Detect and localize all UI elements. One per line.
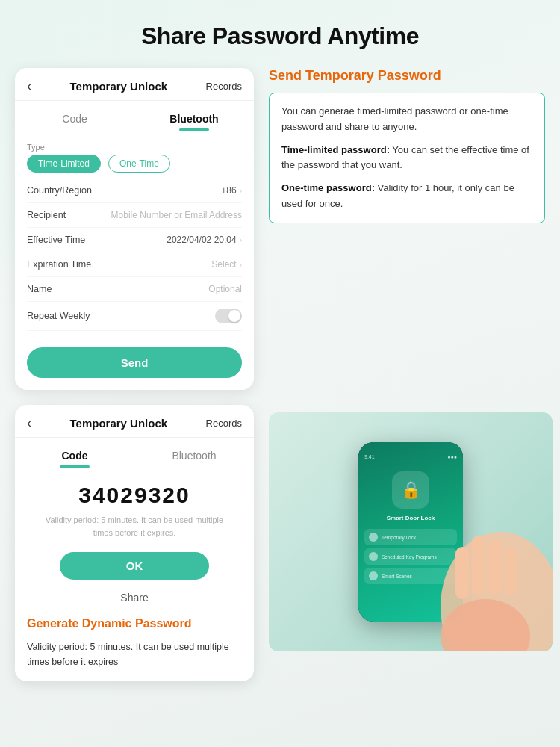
type-time-limited[interactable]: Time-Limited: [27, 155, 101, 173]
repeat-weekly-toggle[interactable]: [215, 309, 242, 323]
send-password-title: Send Temporary Password: [269, 68, 545, 84]
send-button[interactable]: Send: [27, 347, 242, 378]
hand-background: 9:41 ●●● 🔒 Smart Door Lock: [269, 412, 553, 651]
top-phone-card: ‹ Temporary Unlock Records Code Bluetoot…: [15, 68, 254, 390]
field-country-label: Country/Region: [27, 185, 92, 196]
send-password-card: You can generae timed-limited password o…: [269, 93, 545, 223]
bottom-right-wrapper: 9:41 ●●● 🔒 Smart Door Lock: [269, 405, 553, 651]
field-effective-time: Effective Time 2022/04/02 20:04 ›: [27, 228, 242, 252]
tab-code-top[interactable]: Code: [15, 108, 134, 131]
one-time-label: One-time password:: [281, 182, 375, 193]
field-repeat-weekly: Repeat Weekly: [27, 302, 242, 331]
code-display: 34029320 Validity period: 5 minutes. It …: [15, 468, 254, 543]
field-repeat-weekly-label: Repeat Weekly: [27, 311, 90, 321]
generate-title: Generate Dynamic Password: [27, 617, 242, 630]
page-title: Share Password Anytime: [0, 15, 560, 68]
field-expiration-time-value[interactable]: Select ›: [211, 259, 242, 270]
code-validity: Validity period: 5 minutes. It can be us…: [22, 514, 246, 539]
field-name: Name Optional: [27, 277, 242, 302]
field-expiration-time: Expiration Time Select ›: [27, 252, 242, 277]
field-effective-time-label: Effective Time: [27, 235, 85, 245]
field-country: Country/Region +86 ›: [27, 179, 242, 203]
mini-menu-dot-1: [369, 533, 378, 542]
tab-bluetooth-top[interactable]: Bluetooth: [134, 108, 254, 131]
back-icon-bottom[interactable]: ‹: [27, 415, 31, 431]
field-expiration-time-label: Expiration Time: [27, 259, 91, 270]
svg-rect-3: [472, 536, 485, 595]
top-phone-header: ‹ Temporary Unlock Records: [15, 68, 254, 101]
mini-menu-dot-3: [369, 571, 378, 580]
svg-rect-5: [505, 547, 517, 595]
records-link-bottom[interactable]: Records: [206, 418, 242, 429]
send-password-info-box: Send Temporary Password You can generae …: [269, 68, 545, 223]
time-limited-info: Time-limited password: You can set the e…: [281, 143, 532, 174]
content-area: ‹ Temporary Unlock Records Code Bluetoot…: [0, 68, 560, 681]
field-name-value[interactable]: Optional: [208, 284, 242, 294]
field-country-value[interactable]: +86 ›: [221, 185, 242, 196]
type-label: Type: [27, 143, 242, 152]
records-link-top[interactable]: Records: [206, 81, 242, 92]
hand-svg: [411, 457, 553, 651]
tab-code-bottom[interactable]: Code: [15, 445, 134, 468]
top-row: ‹ Temporary Unlock Records Code Bluetoot…: [15, 68, 545, 390]
svg-rect-4: [488, 539, 502, 595]
bottom-row: ‹ Temporary Unlock Records Code Bluetoot…: [15, 405, 545, 681]
generate-section: Generate Dynamic Password Validity perio…: [15, 610, 254, 674]
time-limited-label: Time-limited password:: [281, 144, 390, 155]
hand-phone-illustration: 9:41 ●●● 🔒 Smart Door Lock: [269, 412, 553, 651]
type-one-time[interactable]: One-Time: [108, 155, 170, 173]
type-buttons: Time-Limited One-Time: [27, 155, 242, 173]
tab-bluetooth-bottom[interactable]: Bluetooth: [134, 445, 254, 468]
top-tab-row: Code Bluetooth: [15, 101, 254, 131]
top-phone-title: Temporary Unlock: [69, 80, 167, 93]
field-recipient: Recipient Mobile Number or Email Address: [27, 203, 242, 228]
svg-rect-2: [455, 547, 469, 599]
chevron-effective-icon: ›: [240, 236, 242, 244]
field-name-label: Name: [27, 284, 52, 294]
share-button[interactable]: Share: [15, 589, 254, 607]
page-wrapper: Share Password Anytime ‹ Temporary Unloc…: [0, 0, 560, 747]
mini-menu-dot-2: [369, 552, 378, 561]
field-recipient-value[interactable]: Mobile Number or Email Address: [111, 210, 242, 220]
mini-menu-text-3: Smart Scenes: [382, 574, 412, 579]
field-effective-time-value[interactable]: 2022/04/02 20:04 ›: [167, 235, 242, 245]
chevron-expiration-icon: ›: [240, 261, 242, 269]
bottom-phone-header: ‹ Temporary Unlock Records: [15, 405, 254, 438]
chevron-country-icon: ›: [240, 187, 242, 195]
top-form-section: Type Time-Limited One-Time Country/Regio…: [15, 131, 254, 337]
back-icon-top[interactable]: ‹: [27, 78, 31, 94]
bottom-tab-row: Code Bluetooth: [15, 438, 254, 468]
ok-button[interactable]: OK: [60, 552, 209, 580]
bottom-phone-title: Temporary Unlock: [69, 417, 167, 430]
bottom-phone-card: ‹ Temporary Unlock Records Code Bluetoot…: [15, 405, 254, 681]
send-password-description: You can generae timed-limited password o…: [281, 104, 532, 135]
code-number: 34029320: [22, 483, 246, 508]
generate-description: Validity period: 5 minutes. It can be us…: [27, 639, 242, 669]
one-time-info: One-time password: Validity for 1 hour, …: [281, 181, 532, 212]
field-recipient-label: Recipient: [27, 210, 66, 220]
